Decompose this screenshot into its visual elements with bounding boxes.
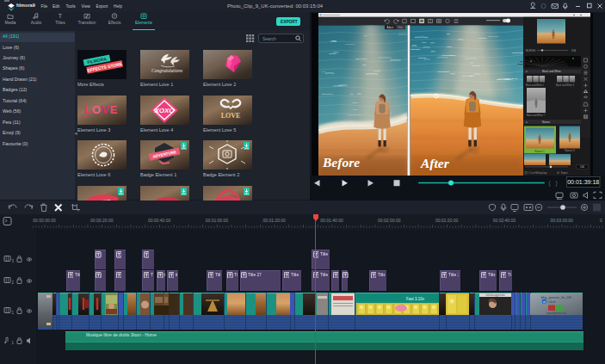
- svg-text:00:03:00:00: 00:03:00:00: [550, 218, 573, 223]
- svg-text:Congratulations: Congratulations: [151, 68, 182, 73]
- svg-text:LOVE: LOVE: [221, 112, 241, 120]
- svg-text:00:00:20:00: 00:00:20:00: [90, 218, 114, 223]
- svg-text:00:01:40:00: 00:01:40:00: [320, 218, 343, 223]
- svg-text:XOXO: XOXO: [153, 107, 175, 114]
- svg-text:BURGK: BURGK: [526, 49, 536, 52]
- svg-text:100: 100: [580, 165, 584, 169]
- svg-text:◄: ◄: [525, 70, 528, 73]
- svg-text:virtualsuggestion: virtualsuggestion: [485, 293, 505, 297]
- svg-text:LOVE: LOVE: [84, 103, 118, 116]
- svg-text:Nature 1: Nature 1: [534, 150, 545, 153]
- svg-text:bkg_greeen_fin_UK: bkg_greeen_fin_UK: [541, 295, 572, 299]
- svg-text:Export: Export: [561, 171, 568, 175]
- svg-text:00:02:20:00: 00:02:20:00: [435, 218, 459, 223]
- svg-text:Filter: Filter: [398, 26, 403, 29]
- svg-text:2: 2: [12, 281, 15, 285]
- svg-text:Black and White 3: Black and White 3: [556, 83, 574, 87]
- svg-text:Fast 3.10x: Fast 3.10x: [406, 297, 425, 301]
- svg-text:Nature: Nature: [542, 120, 550, 123]
- svg-text:⟨: ⟨: [548, 180, 551, 188]
- svg-text:Nature 3: Nature 3: [565, 149, 575, 152]
- svg-text:Black and White: Black and White: [542, 70, 561, 73]
- svg-text:3: 3: [12, 259, 15, 263]
- svg-text:After: After: [420, 156, 450, 170]
- svg-text:Linked: Linked: [547, 300, 556, 304]
- svg-text:1:1 on Rolling loop: 1:1 on Rolling loop: [528, 171, 547, 175]
- svg-text:1: 1: [12, 311, 15, 315]
- svg-text:Adjust: Adjust: [387, 26, 394, 29]
- svg-text:⟩: ⟩: [555, 180, 558, 188]
- svg-text:00:00:00:00: 00:00:00:00: [33, 218, 56, 223]
- svg-text:0: 0: [600, 218, 602, 223]
- svg-text:00:01:00:00: 00:01:00:00: [206, 218, 229, 223]
- svg-text:00:02:40:00: 00:02:40:00: [493, 218, 516, 223]
- svg-text:00:02:00:00: 00:02:00:00: [378, 218, 401, 223]
- svg-text:in: in: [543, 300, 546, 304]
- svg-text:1: 1: [12, 341, 15, 345]
- svg-text:Black and White 1: Black and White 1: [526, 83, 544, 87]
- svg-text:00:01:39:18: 00:01:39:18: [567, 179, 599, 185]
- svg-text:T: T: [59, 13, 63, 19]
- svg-text:00:01:20:00: 00:01:20:00: [262, 218, 286, 223]
- svg-text:00:00:40:00: 00:00:40:00: [148, 218, 171, 223]
- svg-text:Before: Before: [322, 155, 360, 170]
- svg-text:N/A: N/A: [571, 49, 576, 52]
- svg-text:www.bkgreen.co.uk: www.bkgreen.co.uk: [546, 312, 566, 315]
- svg-text:Black and White 7: Black and White 7: [527, 114, 545, 117]
- svg-text:◄: ◄: [525, 120, 528, 123]
